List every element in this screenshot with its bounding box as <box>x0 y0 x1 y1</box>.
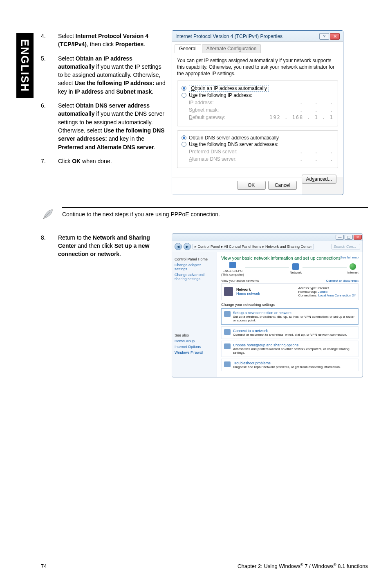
node-pc-sub: (This computer) <box>221 273 244 276</box>
close-button[interactable]: ✕ <box>330 33 340 40</box>
opt-desc: Diagnose and repair network problems, or… <box>233 365 341 369</box>
connections-value[interactable]: Local Area Connection 2# <box>318 294 356 297</box>
network-sharing-window: — ▢ ✕ ◄ ► ▸ Control Panel ▸ All Control … <box>172 233 363 377</box>
opt-desc: Connect or reconnect to a wireless, wire… <box>233 333 347 337</box>
note-text: Continue to the next steps if you are us… <box>62 207 368 221</box>
chapter-title: Chapter 2: Using Windows® 7 / Windows® 8… <box>238 563 368 569</box>
step-text: Select Obtain an IP address automaticall… <box>58 54 166 96</box>
dialog-description: You can get IP settings assigned automat… <box>177 57 338 77</box>
nav-forward-button[interactable]: ► <box>184 243 191 250</box>
computer-icon <box>229 262 236 268</box>
step-text: Return to the Network and Sharing Center… <box>58 233 166 258</box>
radio-dot-icon <box>182 135 186 140</box>
dialog-title: Internet Protocol Version 4 (TCP/IPv4) P… <box>175 34 282 39</box>
radio-label: Use the following DNS server addresses: <box>189 141 278 147</box>
opt-desc: Set up a wireless, broadband, dial-up, a… <box>233 315 354 322</box>
active-network-category[interactable]: Home network <box>236 292 260 296</box>
sharing-icon <box>224 343 231 349</box>
instruction-list-1: 4.Select Internet Protocol Version 4 (TC… <box>41 32 166 165</box>
ok-button[interactable]: OK <box>237 181 266 190</box>
radio-dot-icon <box>182 86 186 91</box>
step-number: 5. <box>41 54 58 96</box>
radio-label: Use the following IP address: <box>189 92 252 98</box>
maximize-button[interactable]: ▢ <box>345 235 353 240</box>
ipv4-properties-dialog: Internet Protocol Version 4 (TCP/IPv4) P… <box>172 30 343 195</box>
tab-alternate-config[interactable]: Alternate Configuration <box>202 44 261 53</box>
globe-icon <box>350 263 356 270</box>
opt-desc: Access files and printers located on oth… <box>233 347 350 355</box>
instruction-item: 8.Return to the Network and Sharing Cent… <box>41 233 166 258</box>
sidebar-windows-firewall[interactable]: Windows Firewall <box>175 350 214 355</box>
subnet-mask-field[interactable]: . . . <box>300 107 334 113</box>
note-block: Continue to the next steps if you are us… <box>41 207 368 221</box>
radio-use-following-dns[interactable]: Use the following DNS server addresses: <box>182 141 334 147</box>
nav-back-button[interactable]: ◄ <box>175 243 182 250</box>
instruction-item: 6.Select Obtain DNS server address autom… <box>41 101 166 151</box>
radio-use-following-ip[interactable]: Use the following IP address: <box>182 92 334 98</box>
page-content: 4.Select Internet Protocol Version 4 (TC… <box>41 32 368 382</box>
subnet-mask-label: Subnet mask: <box>189 107 219 113</box>
network-icon <box>292 263 299 270</box>
opt-setup-new-connection[interactable]: Set up a new connection or networkSet up… <box>221 308 359 325</box>
sidebar-internet-options[interactable]: Internet Options <box>175 345 214 349</box>
step-number: 4. <box>41 32 58 49</box>
connect-disconnect-link[interactable]: Connect or disconnect <box>326 279 359 283</box>
opt-homegroup-sharing[interactable]: Choose homegroup and sharing optionsAcce… <box>221 341 359 357</box>
opt-title: Troubleshoot problems <box>233 361 341 365</box>
step-text: Click OK when done. <box>58 157 166 165</box>
sidebar-homegroup[interactable]: HomeGroup <box>175 339 214 343</box>
radio-obtain-ip-auto[interactable]: Obtain an IP address automatically <box>182 85 334 92</box>
homegroup-value[interactable]: Joined <box>318 290 327 294</box>
close-button[interactable]: ✕ <box>354 235 362 240</box>
homegroup-label: HomeGroup: <box>298 290 317 294</box>
feather-icon <box>41 207 55 221</box>
radio-dot-icon <box>182 142 186 147</box>
change-settings-header: Change your networking settings <box>221 303 359 307</box>
default-gateway-field[interactable]: 192 . 168 . 1 . 1 <box>269 114 334 120</box>
connect-icon <box>224 329 231 335</box>
default-gateway-label: Default gateway: <box>189 114 225 120</box>
step-number: 7. <box>41 157 58 165</box>
opt-title: Set up a new connection or network <box>233 311 356 315</box>
radio-label: Obtain DNS server address automatically <box>189 135 279 141</box>
node-pc-name: ENGLISH-PC <box>223 269 243 273</box>
sidebar-change-adapter[interactable]: Change adapter settings <box>175 263 214 271</box>
sidebar-see-also: See also <box>175 333 214 337</box>
breadcrumb[interactable]: ▸ Control Panel ▸ All Control Panel Item… <box>193 244 314 249</box>
instruction-item: 7.Click OK when done. <box>41 157 166 165</box>
network-map: ENGLISH-PC(This computer) Network Intern… <box>221 262 359 276</box>
dns-group: Obtain DNS server address automatically … <box>177 130 338 168</box>
alternate-dns-field[interactable]: . . . <box>300 156 334 162</box>
opt-troubleshoot[interactable]: Troubleshoot problemsDiagnose and repair… <box>221 359 359 371</box>
preferred-dns-label: Preferred DNS server: <box>189 149 238 155</box>
preferred-dns-field[interactable]: . . . <box>300 149 334 155</box>
step-text: Select Obtain DNS server address automat… <box>58 101 166 151</box>
active-network-name: Network <box>236 287 260 292</box>
main-heading: View your basic network information and … <box>221 256 359 260</box>
opt-title: Choose homegroup and sharing options <box>233 343 356 347</box>
see-full-map-link[interactable]: See full map <box>341 256 359 259</box>
instruction-item: 4.Select Internet Protocol Version 4 (TC… <box>41 32 166 49</box>
radio-dot-icon <box>182 93 186 98</box>
language-label: ENGLISH <box>19 39 31 92</box>
step-number: 8. <box>41 233 58 258</box>
step-text: Select Internet Protocol Version 4 (TCP/… <box>58 32 166 49</box>
tab-general[interactable]: General <box>175 44 201 53</box>
cancel-button[interactable]: Cancel <box>268 181 297 190</box>
node-internet-name: Internet <box>347 271 359 274</box>
help-button[interactable]: ? <box>319 33 329 40</box>
advanced-button[interactable]: Advanced... <box>302 175 336 184</box>
sidebar-control-panel-home[interactable]: Control Panel Home <box>175 257 214 261</box>
language-sidetab: ENGLISH <box>16 33 34 98</box>
step-number: 6. <box>41 101 58 151</box>
alternate-dns-label: Alternate DNS server: <box>189 156 237 162</box>
node-network-name: Network <box>290 271 302 274</box>
search-input[interactable]: Search Con... <box>332 244 360 249</box>
sidebar: Control Panel Home Change adapter settin… <box>172 252 217 377</box>
minimize-button[interactable]: — <box>336 235 344 240</box>
opt-connect-network[interactable]: Connect to a networkConnect or reconnect… <box>221 326 359 339</box>
radio-obtain-dns-auto[interactable]: Obtain DNS server address automatically <box>182 135 334 141</box>
sidebar-change-adv-sharing[interactable]: Change advanced sharing settings <box>175 273 214 281</box>
ip-address-field[interactable]: . . . <box>300 100 334 105</box>
ip-group: Obtain an IP address automatically Use t… <box>177 81 338 126</box>
